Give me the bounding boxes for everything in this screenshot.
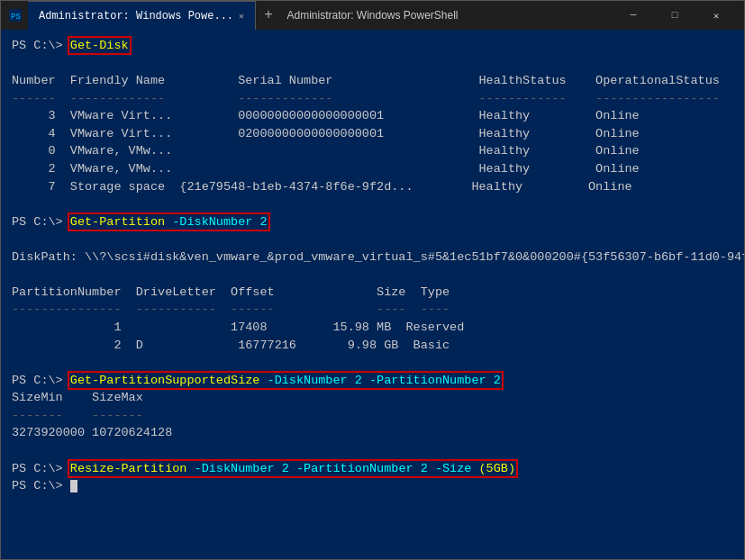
active-tab[interactable]: Administrator: Windows Powe... ✕: [28, 1, 256, 30]
cmd4-text: Resize-Partition: [70, 462, 187, 475]
partition-header: PartitionNumber DriveLetter Offset Size …: [12, 285, 450, 299]
cursor: [70, 480, 77, 492]
window-controls: ─ □ ✕: [613, 1, 737, 30]
powershell-window: PS Administrator: Windows Powe... ✕ + Ad…: [0, 0, 745, 560]
prompt-1: PS C:\>: [12, 39, 70, 52]
resize-partition-command: Resize-Partition -DiskNumber 2 -Partitio…: [70, 462, 515, 475]
maximize-button[interactable]: □: [654, 1, 695, 30]
svg-text:PS: PS: [11, 13, 21, 22]
get-disk-command: Get-Disk: [70, 39, 129, 52]
disk-row-7: 7 Storage space {21e79548-b1eb-4374-8f6e…: [12, 180, 744, 194]
app-icon: PS: [8, 8, 23, 23]
separator-2: --------------- ----------- ------ ---- …: [12, 303, 450, 316]
disk-header: Number Friendly Name Serial Number Healt…: [12, 74, 744, 87]
prompt-4: PS C:\>: [12, 462, 70, 475]
prompt-5: PS C:\>: [12, 479, 70, 492]
cmd2-params: -DiskNumber 2: [172, 215, 267, 229]
disk-row-4: 4 VMware Virt... 02000000000000000001 He…: [12, 127, 744, 140]
new-tab-button[interactable]: +: [256, 3, 281, 28]
cmd3-text: Get-PartitionSupportedSize: [70, 374, 260, 387]
terminal-output[interactable]: PS C:\> Get-Disk Number Friendly Name Se…: [1, 30, 744, 559]
cmd4-size: (5GB): [479, 462, 516, 475]
tab-close-button[interactable]: ✕: [239, 11, 244, 22]
tab-label: Administrator: Windows Powe...: [39, 10, 233, 23]
minimize-button[interactable]: ─: [613, 1, 654, 30]
titlebar: PS Administrator: Windows Powe... ✕ + Ad…: [1, 1, 744, 30]
disk-row-3: 3 VMware Virt... 00000000000000000001 He…: [12, 109, 744, 122]
get-partition-command: Get-Partition -DiskNumber 2: [70, 215, 268, 229]
cmd1-text: Get-Disk: [70, 39, 129, 52]
disk-row-0: 0 VMware, VMw... Healthy Online 100 GB G…: [12, 144, 744, 158]
cmd4-params: -DiskNumber 2 -PartitionNumber 2 -Size: [195, 462, 472, 475]
get-partition-size-command: Get-PartitionSupportedSize -DiskNumber 2…: [70, 374, 501, 387]
prompt-2: PS C:\>: [12, 215, 70, 229]
prompt-3: PS C:\>: [12, 374, 70, 387]
separator-3: ------- -------: [12, 409, 143, 422]
separator-1: ------ ------------- ------------- -----…: [12, 92, 744, 105]
close-button[interactable]: ✕: [695, 1, 737, 30]
disk-path: DiskPath: \\?\scsi#disk&ven_vmware_&prod…: [12, 250, 744, 264]
window-title: Administrator: Windows PowerShell: [286, 9, 458, 22]
size-values: 3273920000 10720624128: [12, 426, 172, 439]
partition-row-1: 1 17408 15.98 MB Reserved: [12, 321, 464, 334]
disk-row-2: 2 VMware, VMw... Healthy Online 10 GB GP…: [12, 162, 744, 176]
cmd2-text: Get-Partition: [70, 215, 165, 229]
cmd3-params: -DiskNumber 2 -PartitionNumber 2: [268, 374, 501, 387]
partition-row-2: 2 D 16777216 9.98 GB Basic: [12, 339, 450, 352]
size-header: SizeMin SizeMax: [12, 391, 143, 404]
